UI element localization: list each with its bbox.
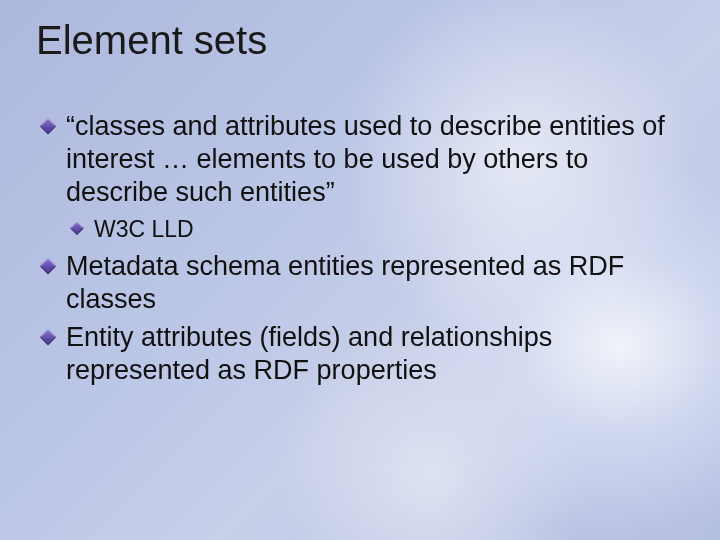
bullet-level1: “classes and attributes used to describe…	[36, 110, 680, 209]
diamond-bullet-icon	[40, 329, 57, 346]
bullet-level1: Entity attributes (fields) and relations…	[36, 321, 680, 387]
diamond-bullet-icon	[40, 257, 57, 274]
diamond-bullet-icon	[70, 221, 84, 235]
slide-title: Element sets	[36, 18, 267, 63]
bullet-text: “classes and attributes used to describe…	[66, 111, 665, 207]
bullet-level1: Metadata schema entities represented as …	[36, 250, 680, 316]
bullet-text: W3C LLD	[94, 216, 194, 242]
slide: Element sets “classes and attributes use…	[0, 0, 720, 540]
bullet-level2: W3C LLD	[36, 215, 680, 244]
bullet-text: Entity attributes (fields) and relations…	[66, 322, 552, 385]
bullet-text: Metadata schema entities represented as …	[66, 251, 624, 314]
diamond-bullet-icon	[40, 118, 57, 135]
slide-body: “classes and attributes used to describe…	[36, 110, 680, 393]
